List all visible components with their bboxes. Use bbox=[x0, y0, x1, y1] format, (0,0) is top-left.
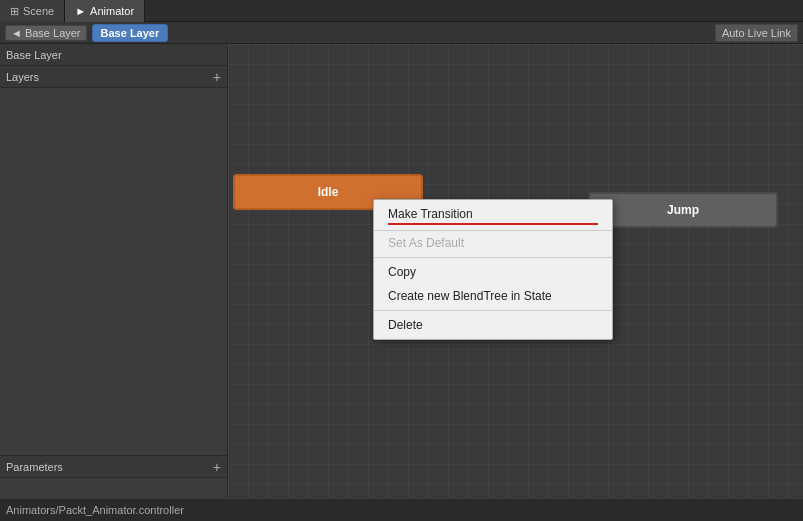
base-layer-header: Base Layer bbox=[0, 44, 227, 66]
auto-live-link-button[interactable]: Auto Live Link bbox=[715, 24, 798, 42]
tab-animator[interactable]: ► Animator bbox=[65, 0, 145, 22]
main-canvas[interactable]: Any State Idle Jump Make Transition Set … bbox=[228, 44, 803, 499]
base-layer-breadcrumb: Base Layer bbox=[25, 27, 81, 39]
context-copy[interactable]: Copy bbox=[374, 260, 612, 284]
tab-scene-label: Scene bbox=[23, 5, 54, 17]
base-layer-active: Base Layer bbox=[92, 24, 169, 42]
triangle-icon: ◄ bbox=[11, 27, 22, 39]
layers-label: Layers bbox=[6, 71, 39, 83]
jump-state-label: Jump bbox=[667, 203, 699, 217]
context-divider-2 bbox=[374, 310, 612, 311]
breadcrumb-back-button[interactable]: ◄ Base Layer bbox=[5, 25, 87, 41]
parameters-label: Parameters bbox=[6, 461, 63, 473]
idle-state-label: Idle bbox=[318, 185, 339, 199]
base-layer-label: Base Layer bbox=[6, 49, 62, 61]
context-delete[interactable]: Delete bbox=[374, 313, 612, 337]
context-menu: Make Transition Set As Default Copy Crea… bbox=[373, 199, 613, 340]
context-create-blend-tree[interactable]: Create new BlendTree in State bbox=[374, 284, 612, 308]
status-text: Animators/Packt_Animator.controller bbox=[6, 504, 184, 516]
context-divider-1 bbox=[374, 257, 612, 258]
breadcrumb-bar: ◄ Base Layer Base Layer Auto Live Link bbox=[0, 22, 803, 44]
scene-icon: ⊞ bbox=[10, 5, 19, 18]
context-set-as-default[interactable]: Set As Default bbox=[374, 231, 612, 255]
tab-scene[interactable]: ⊞ Scene bbox=[0, 0, 65, 22]
tab-bar: ⊞ Scene ► Animator bbox=[0, 0, 803, 22]
left-panel: Base Layer Layers + bbox=[0, 44, 228, 521]
context-make-transition[interactable]: Make Transition bbox=[374, 202, 612, 231]
bottom-panel: Parameters + bbox=[0, 455, 228, 499]
add-parameter-button[interactable]: + bbox=[213, 460, 221, 474]
animator-icon: ► bbox=[75, 5, 86, 17]
parameters-header: Parameters + bbox=[0, 456, 227, 478]
jump-state-node[interactable]: Jump bbox=[588, 192, 778, 228]
layers-header: Layers + bbox=[0, 66, 227, 88]
status-bar: Animators/Packt_Animator.controller bbox=[0, 499, 803, 521]
tab-animator-label: Animator bbox=[90, 5, 134, 17]
add-layer-button[interactable]: + bbox=[213, 70, 221, 84]
